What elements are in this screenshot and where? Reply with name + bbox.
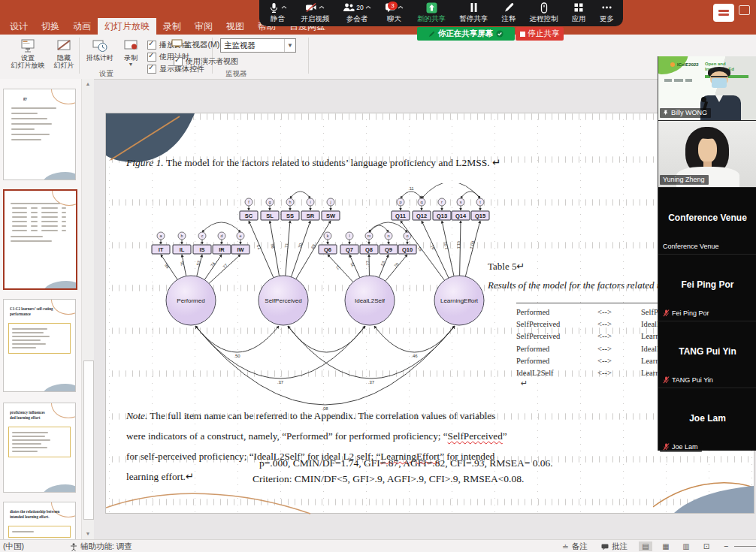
meeting-button-new-share[interactable]: 新的共享 — [416, 2, 447, 26]
meeting-button-remote-control[interactable]: 远程控制 — [528, 2, 560, 26]
zoom-out-button[interactable]: − — [724, 541, 728, 550]
participant-count: 20 — [356, 4, 363, 11]
use-presenter-view-checkbox[interactable]: 使用演示者视图 — [174, 56, 238, 67]
ribbon-tab-视图[interactable]: 视图 — [219, 18, 251, 35]
svg-text:.77: .77 — [221, 263, 228, 270]
svg-text:.53: .53 — [195, 261, 201, 267]
partially-visible-button[interactable] — [713, 4, 734, 22]
meeting-button-annotate[interactable]: 注释 — [500, 2, 517, 26]
svg-text:.70: .70 — [297, 243, 303, 249]
table-title[interactable]: Table 5↵ — [488, 261, 525, 273]
meeting-button-chat[interactable]: 3聊天 — [383, 2, 405, 26]
stop-share-label: 停止共享 — [528, 29, 560, 39]
chevron-up-icon[interactable] — [319, 5, 325, 10]
meeting-button-camera-off[interactable]: 开启视频 — [299, 2, 331, 26]
sem-path-diagram[interactable]: .56ITa.76ILb.53ISc.74IRd.77IWePerformed.… — [113, 183, 538, 416]
accessibility-status[interactable]: 辅助功能: 调查 — [70, 541, 132, 552]
svg-text:SelfPerceived: SelfPerceived — [265, 297, 301, 304]
participant-name-label: Joe Lam — [660, 442, 702, 452]
svg-text:IW: IW — [237, 246, 244, 253]
chevron-down-icon[interactable]: ▼ — [284, 39, 295, 52]
svg-text:Q14: Q14 — [455, 213, 467, 219]
participant-name-label: Conference Venue — [660, 242, 723, 252]
slide-sorter-view-button[interactable]: ▦ — [659, 541, 673, 551]
participant-name-label: Billy WONG — [660, 108, 711, 118]
svg-text:.77: .77 — [365, 261, 370, 267]
slide-thumbnail-1[interactable]: gy — [3, 89, 76, 180]
scroll-up-arrow[interactable]: ▲ — [83, 79, 93, 89]
ribbon-tab-动画[interactable]: 动画 — [66, 18, 98, 35]
checkbox-播放旁白[interactable]: 播放旁白 — [147, 40, 189, 50]
svg-text:Q8: Q8 — [365, 246, 373, 253]
participant-tile-billy-wong[interactable]: ICoIE2022Open andInnovative EdBilly WONG — [658, 56, 756, 120]
meeting-button-pause-share[interactable]: 暂停共享 — [458, 2, 489, 26]
paragraph-return-mark: ↵ — [521, 379, 528, 388]
svg-text:1.10: 1.10 — [456, 241, 461, 249]
ribbon-tab-审阅[interactable]: 审阅 — [188, 18, 219, 35]
svg-text:.56: .56 — [164, 263, 171, 270]
figure-caption-lead: Figure 1. — [126, 157, 164, 168]
participant-tile-joe-lam[interactable]: Joe LamJoe Lam — [658, 388, 756, 454]
ribbon-tab-录制[interactable]: 录制 — [156, 18, 188, 35]
slide-thumbnail-5[interactable]: diates the relationship betweenintended … — [3, 502, 76, 539]
pin-icon — [663, 110, 669, 116]
slide-thumbnail-4[interactable]: proficiency influencesded learning effor… — [3, 403, 76, 493]
ribbon-tab-幻灯片放映[interactable]: 幻灯片放映 — [98, 18, 156, 35]
svg-text:.75: .75 — [349, 262, 356, 269]
ribbon-tab-设计[interactable]: 设计 — [3, 18, 35, 35]
chevron-up-icon[interactable] — [398, 5, 404, 10]
scrollbar-thumb[interactable] — [83, 360, 94, 520]
svg-text:LearningEffort: LearningEffort — [440, 297, 479, 304]
comments-toggle[interactable]: 批注 — [601, 541, 627, 552]
svg-text:SW: SW — [326, 213, 336, 219]
svg-text:IT: IT — [159, 246, 164, 253]
chevron-up-icon[interactable] — [365, 5, 371, 10]
participant-tile-yuning-zheng[interactable]: Yuning Zheng — [658, 120, 756, 187]
svg-text:.37: .37 — [277, 380, 284, 385]
fit-criterion-line[interactable]: Criterion: CMIN/DF<5, GFI>.9, AGFI>.9, C… — [253, 473, 524, 485]
participant-tile-tang-pui-yin[interactable]: TANG Pui YinTANG Pui Yin — [658, 321, 756, 388]
ribbon-button-1[interactable]: 设置幻灯片放映 — [11, 37, 45, 76]
ribbon-body: 设置幻灯片放映隐藏幻灯片排练计时录制▼ 播放旁白使用计时显示媒体控件 监视器(M… — [0, 35, 756, 80]
meeting-button-participants[interactable]: 20参会者 — [341, 2, 372, 26]
svg-text:.71: .71 — [284, 243, 289, 249]
view-switcher: ▤ ▦ ▥ ⊡ — [639, 541, 713, 551]
figure-caption[interactable]: Figure 1. The model for the factors rela… — [126, 156, 652, 169]
monitor-select[interactable]: 主监视器 ▼ — [220, 38, 296, 53]
meeting-button-more[interactable]: 更多 — [598, 2, 615, 26]
normal-view-button[interactable]: ▤ — [639, 541, 652, 551]
language-status[interactable]: (中国) — [3, 541, 24, 552]
participant-tile-conference-venue[interactable]: Conference VenueConference Venue — [658, 187, 756, 254]
svg-text:1.01: 1.01 — [443, 241, 449, 250]
participant-tile-fei-ping-por[interactable]: Fei Ping PorFei Ping Por — [658, 254, 756, 321]
setup-group-label: 设置 — [99, 69, 113, 79]
zoom-slider[interactable] — [734, 546, 756, 547]
figure-caption-text: The model for the factors related to stu… — [164, 157, 501, 168]
meeting-button-microphone[interactable]: 静音 — [267, 2, 289, 26]
reading-view-button[interactable]: ▥ — [679, 541, 693, 551]
ribbon-button-4[interactable]: 录制▼ — [117, 37, 144, 76]
ribbon-tab-切换[interactable]: 切换 — [35, 18, 66, 35]
slideshow-view-button[interactable]: ⊡ — [700, 541, 713, 551]
remote-control-icon — [540, 2, 549, 14]
chat-icon: 3 — [385, 2, 396, 13]
svg-text:j: j — [329, 200, 331, 204]
slide-thumbnail-3[interactable]: C1-C2 learners’ self-ratingperformance — [3, 299, 76, 392]
svg-text:.74: .74 — [209, 261, 216, 269]
decorative-corner-blob — [653, 465, 754, 513]
display-settings-icon[interactable] — [739, 5, 750, 15]
fit-statistics-line[interactable]: p=.000, CMIN/DF=1.74, GFI=.87, AGFI=.82,… — [259, 457, 553, 469]
mic-muted-icon — [663, 443, 670, 451]
scroll-down-arrow[interactable]: ▼ — [83, 529, 93, 539]
chevron-up-icon[interactable] — [281, 5, 287, 10]
svg-text:1.09: 1.09 — [469, 240, 476, 249]
slide-thumbnail-2[interactable] — [3, 189, 77, 290]
meeting-button-apps[interactable]: 应用 — [570, 2, 588, 26]
svg-text:.69: .69 — [310, 243, 316, 251]
stop-share-button[interactable]: 停止共享 — [516, 27, 564, 41]
checkbox-label: 使用演示者视图 — [186, 56, 238, 67]
ribbon-button-2[interactable]: 隐藏幻灯片 — [47, 37, 81, 76]
annotate-icon — [503, 2, 514, 13]
thumbnail-scrollbar[interactable]: ▲ ▼ — [81, 79, 94, 539]
notes-toggle[interactable]: ≐ 备注 — [562, 541, 588, 552]
